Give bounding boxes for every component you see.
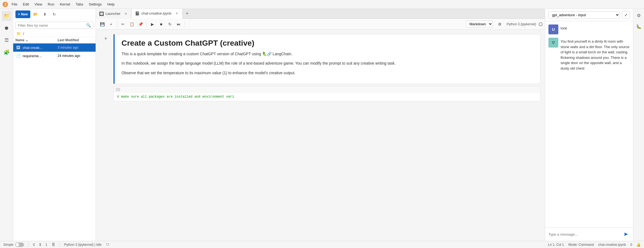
menu-edit[interactable]: Edit: [21, 1, 31, 7]
file-date-1: 24 minutes ago: [58, 54, 93, 58]
status-right: Ln 1, Col 1 Mode: Command chat-creative.…: [548, 243, 641, 247]
chat-model-select[interactable]: gpt_adventure - input: [548, 11, 620, 19]
status-count-2: 1: [45, 243, 47, 247]
user-avatar: U: [548, 24, 558, 34]
file-name-0: chat-creati...: [23, 46, 58, 50]
simple-mode-label: Simple: [3, 243, 13, 247]
tab-launcher-label: Launcher: [105, 12, 120, 16]
svg-rect-4: [554, 42, 555, 42]
notebook-file-icon: 🖼: [15, 45, 21, 50]
cell-1: [1]: # make sure all packages are instal…: [100, 86, 540, 101]
kernel-name-label: Python 3 (ipykernel): [507, 22, 536, 26]
code-content[interactable]: # make sure all packages are installed a…: [114, 93, 540, 101]
launcher-tab-icon: 🔲: [99, 12, 104, 16]
cell-para-1: In this notebook, we assign the large la…: [121, 60, 535, 66]
upload-file-button[interactable]: ⬆: [41, 10, 49, 18]
menu-kernel[interactable]: Kernel: [58, 1, 72, 7]
toolbar-sep-3: [185, 21, 185, 27]
svg-rect-3: [552, 42, 553, 42]
search-input[interactable]: [18, 23, 85, 27]
add-tab-button[interactable]: +: [183, 9, 191, 19]
date-column-header[interactable]: Last Modified: [58, 38, 93, 42]
copy-button[interactable]: 📋: [128, 20, 136, 28]
code-cell-1[interactable]: [1]: # make sure all packages are instal…: [113, 86, 540, 101]
stop-button[interactable]: ■: [157, 20, 165, 28]
cell-label: [1]:: [116, 87, 127, 91]
status-sep-1: [28, 243, 29, 247]
filename-label: chat-creative.ipynb: [598, 243, 626, 247]
bot-message-text: You find yourself in a dimly lit room wi…: [561, 38, 630, 71]
toolbar-sep-1: [117, 21, 117, 27]
status-sep-2: [59, 243, 60, 247]
status-count-1: 0: [33, 243, 35, 247]
save-button[interactable]: 💾: [98, 20, 106, 28]
toc-icon[interactable]: ☰: [2, 35, 12, 45]
toolbar-sep-2: [146, 21, 147, 27]
menu-run[interactable]: Run: [45, 1, 56, 7]
paste-button[interactable]: 📌: [136, 20, 145, 28]
notebook-tab-close[interactable]: ✕: [175, 11, 179, 16]
menu-help[interactable]: Help: [105, 1, 117, 7]
fb-path: 📁 /: [13, 31, 96, 37]
ln-col-label: Ln 1, Col 1: [548, 243, 564, 247]
file-row-1[interactable]: 📄 requireme... 24 minutes ago: [13, 52, 96, 60]
right-iconbar: ⚙ 🐛: [633, 9, 644, 241]
cell-0: ▼ Create a Custom ChatGPT (creative) Thi…: [100, 34, 540, 84]
status-dollar-icon: $: [39, 243, 41, 247]
message-0: U look: [548, 24, 630, 34]
file-browser: + + New New 📂 ⬆ ↻ 🔍 📁 / Name ▲ Last Modi…: [13, 9, 96, 241]
collapse-icon[interactable]: ▼: [104, 36, 108, 41]
running-icon[interactable]: ⏺: [2, 23, 12, 33]
name-column-header[interactable]: Name ▲: [15, 38, 58, 42]
markdown-cell-0: Create a Custom ChatGPT (creative) This …: [116, 34, 540, 84]
menu-file[interactable]: File: [9, 1, 20, 7]
menu-tabs[interactable]: Tabs: [74, 1, 85, 7]
upload-folder-button[interactable]: 📂: [31, 10, 40, 18]
chat-panel: gpt_adventure - input ⤢ U look: [545, 9, 633, 241]
simple-mode-toggle[interactable]: Simple: [3, 243, 24, 247]
cut-button[interactable]: ✂: [119, 20, 127, 28]
refresh-button[interactable]: ↻: [50, 10, 58, 18]
file-row-0[interactable]: 🖼 chat-creati... 3 minutes ago: [13, 43, 96, 52]
tab-launcher[interactable]: 🔲 Launcher ✕: [96, 9, 132, 19]
settings-right-icon[interactable]: ⚙: [634, 11, 643, 20]
nb-content: ▼ Create a Custom ChatGPT (creative) Thi…: [96, 30, 545, 241]
statusbar: Simple 0 $ 1 🗄 Python 3 (ipykernel) | Id…: [0, 241, 644, 248]
toggle-thumb: [16, 243, 19, 246]
cell-para-0: This is a quick template for creating a …: [121, 51, 535, 57]
chat-input[interactable]: [548, 232, 620, 236]
tab-notebook[interactable]: 📓 chat-creative.ipynb ✕: [132, 9, 183, 19]
menu-view[interactable]: View: [32, 1, 44, 7]
error-count: 0: [630, 243, 632, 247]
app-logo: J: [2, 1, 8, 7]
chat-messages: U look You find yourself in a dimly lit …: [545, 21, 633, 227]
bell-icon: 🔔: [637, 243, 641, 247]
nb-toolbar: 💾 + ✂ 📋 📌 ▶ ■ ↻ ⏭ Markdown Code Raw ⚙ Py…: [96, 19, 545, 30]
fb-header[interactable]: Name ▲ Last Modified: [13, 37, 96, 43]
search-icon: 🔍: [86, 23, 91, 27]
shield-icon: 🛡: [106, 243, 109, 247]
status-db-icon: 🗄: [52, 243, 55, 247]
gear-icon[interactable]: ⚙: [496, 20, 504, 28]
extensions-icon[interactable]: 🧩: [2, 47, 12, 57]
new-file-button[interactable]: + + New New: [15, 10, 30, 18]
fast-forward-button[interactable]: ⏭: [175, 20, 183, 28]
launcher-tab-close[interactable]: ✕: [124, 12, 128, 16]
restart-button[interactable]: ↻: [166, 20, 174, 28]
bug-right-icon[interactable]: 🐛: [634, 22, 643, 31]
tab-notebook-label: chat-creative.ipynb: [141, 11, 171, 15]
menu-settings[interactable]: Settings: [86, 1, 104, 7]
send-button[interactable]: [622, 230, 630, 238]
svg-rect-2: [551, 41, 556, 45]
cell-0-gutter: ▼: [100, 34, 111, 84]
expand-chat-button[interactable]: ⤢: [622, 11, 630, 19]
files-icon[interactable]: 📁: [2, 11, 12, 21]
run-button[interactable]: ▶: [148, 20, 156, 28]
toggle-track[interactable]: [15, 243, 24, 247]
add-cell-button[interactable]: +: [107, 20, 115, 28]
notebook-tab-icon: 📓: [135, 11, 140, 16]
cell-1-gutter: [100, 86, 111, 101]
mode-label: Mode: Command: [569, 243, 594, 247]
cell-type-select[interactable]: Markdown Code Raw: [466, 21, 493, 27]
svg-text:J: J: [4, 2, 6, 6]
